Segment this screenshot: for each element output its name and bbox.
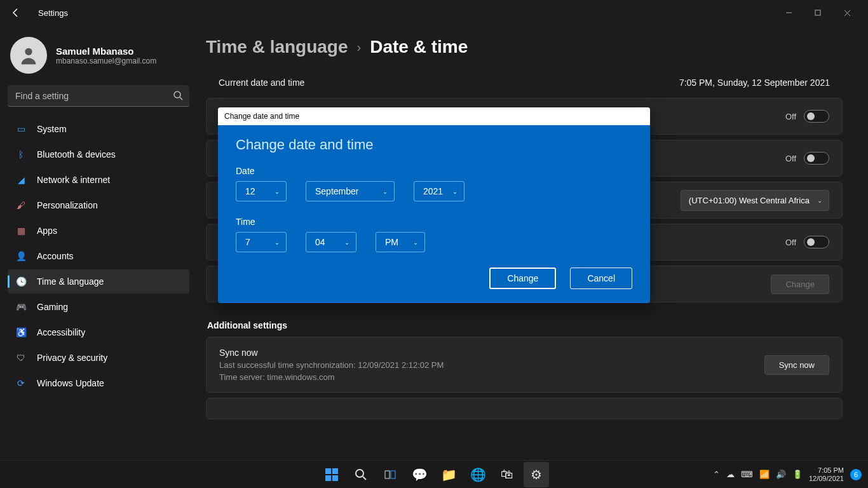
svg-point-11 <box>356 470 363 477</box>
battery-icon[interactable]: 🔋 <box>792 470 803 479</box>
titlebar: Settings <box>0 0 868 25</box>
nav-network[interactable]: ◢Network & internet <box>8 168 189 192</box>
nav-update[interactable]: ⟳Windows Update <box>8 371 189 395</box>
wifi-icon: ◢ <box>15 174 27 186</box>
wifi-tray-icon[interactable]: 📶 <box>759 470 770 479</box>
onedrive-icon[interactable]: ☁ <box>726 470 735 479</box>
auto-time-toggle[interactable] <box>804 110 829 123</box>
tray-clock[interactable]: 7:05 PM 12/09/2021 <box>809 466 844 483</box>
hour-select[interactable]: 7⌄ <box>236 232 287 252</box>
toggle-label: Off <box>785 112 796 121</box>
clock-icon: 🕓 <box>15 276 27 287</box>
nav-privacy[interactable]: 🛡Privacy & security <box>8 346 189 370</box>
nav-system[interactable]: ▭System <box>8 117 189 141</box>
sync-server: Time server: time.windows.com <box>219 372 444 382</box>
svg-rect-1 <box>815 10 820 15</box>
toggle-label: Off <box>785 154 796 163</box>
nav-gaming[interactable]: 🎮Gaming <box>8 295 189 319</box>
start-button[interactable] <box>319 462 344 487</box>
svg-rect-13 <box>385 471 390 478</box>
current-datetime-value: 7:05 PM, Sunday, 12 September 2021 <box>679 78 830 88</box>
nav-apps[interactable]: ▦Apps <box>8 219 189 243</box>
shield-icon: 🛡 <box>15 352 27 363</box>
dialog-change-button[interactable]: Change <box>489 268 556 289</box>
notification-badge[interactable]: 6 <box>850 469 862 480</box>
breadcrumb: Time & language › Date & time <box>206 37 843 57</box>
settings-app-icon[interactable]: ⚙ <box>524 462 549 487</box>
user-profile[interactable]: Samuel Mbanaso mbanaso.samuel@gmail.com <box>10 37 187 74</box>
apps-icon: ▦ <box>15 225 27 236</box>
chevron-right-icon: › <box>357 40 362 55</box>
sync-title: Sync now <box>219 348 444 358</box>
maximize-button[interactable] <box>803 3 832 23</box>
dialog-heading: Change date and time <box>236 137 632 153</box>
svg-line-12 <box>363 477 366 480</box>
user-email: mbanaso.samuel@gmail.com <box>56 57 156 65</box>
accessibility-icon: ♿ <box>15 327 27 338</box>
chevron-down-icon: ⌄ <box>275 188 280 195</box>
extra-row <box>206 398 843 419</box>
current-datetime-label: Current date and time <box>219 78 304 88</box>
search-icon <box>173 90 183 103</box>
timezone-select[interactable]: (UTC+01:00) West Central Africa ⌄ <box>681 190 829 211</box>
edge-browser[interactable]: 🌐 <box>465 462 491 487</box>
minimize-button[interactable] <box>774 3 803 23</box>
sync-row: Sync now Last successful time synchroniz… <box>206 337 843 393</box>
dialog-cancel-button[interactable]: Cancel <box>570 268 632 289</box>
nav-personalization[interactable]: 🖌Personalization <box>8 193 189 217</box>
chevron-down-icon: ⌄ <box>413 239 418 246</box>
dialog-titlebar: Change date and time <box>218 107 650 125</box>
chevron-down-icon: ⌄ <box>452 188 458 195</box>
svg-rect-10 <box>332 475 338 481</box>
user-name: Samuel Mbanaso <box>56 46 156 57</box>
ampm-select[interactable]: PM⌄ <box>376 232 425 252</box>
taskbar-search[interactable] <box>348 462 374 487</box>
file-explorer[interactable]: 📁 <box>436 462 461 487</box>
nav-time-language[interactable]: 🕓Time & language <box>8 269 189 294</box>
system-tray: ⌃ ☁ ⌨ 📶 🔊 🔋 7:05 PM 12/09/2021 6 <box>713 466 868 483</box>
change-datetime-dialog: Change date and time Change date and tim… <box>218 107 650 303</box>
dst-toggle[interactable] <box>804 236 829 248</box>
svg-rect-14 <box>391 471 395 478</box>
search-box[interactable] <box>8 85 189 107</box>
chat-icon[interactable]: 💬 <box>407 462 432 487</box>
breadcrumb-parent[interactable]: Time & language <box>206 37 348 57</box>
sync-now-button[interactable]: Sync now <box>764 355 829 375</box>
gamepad-icon: 🎮 <box>15 301 27 313</box>
change-datetime-button[interactable]: Change <box>771 274 829 294</box>
nav-accessibility[interactable]: ♿Accessibility <box>8 320 189 344</box>
back-button[interactable] <box>6 3 25 22</box>
nav: ▭System ᛒBluetooth & devices ◢Network & … <box>8 117 189 395</box>
svg-point-5 <box>174 92 180 98</box>
day-select[interactable]: 12⌄ <box>236 181 287 201</box>
tray-chevron-icon[interactable]: ⌃ <box>713 470 720 479</box>
chevron-down-icon: ⌄ <box>383 188 388 195</box>
volume-icon[interactable]: 🔊 <box>776 470 786 479</box>
task-view[interactable] <box>377 462 403 487</box>
brush-icon: 🖌 <box>15 200 27 211</box>
month-select[interactable]: September⌄ <box>306 181 395 201</box>
nav-bluetooth[interactable]: ᛒBluetooth & devices <box>8 142 189 166</box>
svg-rect-8 <box>332 468 338 474</box>
svg-rect-7 <box>325 468 331 474</box>
year-select[interactable]: 2021⌄ <box>414 181 465 201</box>
minute-select[interactable]: 04⌄ <box>306 232 356 252</box>
current-datetime-header: Current date and time 7:05 PM, Sunday, 1… <box>206 70 843 93</box>
chevron-down-icon: ⌄ <box>344 239 349 246</box>
time-label: Time <box>236 217 632 227</box>
person-icon: 👤 <box>15 250 27 262</box>
keyboard-icon[interactable]: ⌨ <box>741 470 753 479</box>
svg-line-6 <box>180 97 182 100</box>
store-icon[interactable]: 🛍 <box>494 462 520 487</box>
update-icon: ⟳ <box>15 377 27 389</box>
display-icon: ▭ <box>15 123 27 135</box>
close-button[interactable] <box>832 3 862 23</box>
avatar <box>10 37 47 74</box>
taskbar: 💬 📁 🌐 🛍 ⚙ ⌃ ☁ ⌨ 📶 🔊 🔋 7:05 PM 12/09/2021… <box>0 460 868 488</box>
breadcrumb-current: Date & time <box>370 37 468 57</box>
auto-tz-toggle[interactable] <box>804 152 829 165</box>
search-input[interactable] <box>8 85 189 107</box>
nav-accounts[interactable]: 👤Accounts <box>8 244 189 268</box>
svg-rect-9 <box>325 475 331 481</box>
chevron-down-icon: ⌄ <box>275 239 280 246</box>
